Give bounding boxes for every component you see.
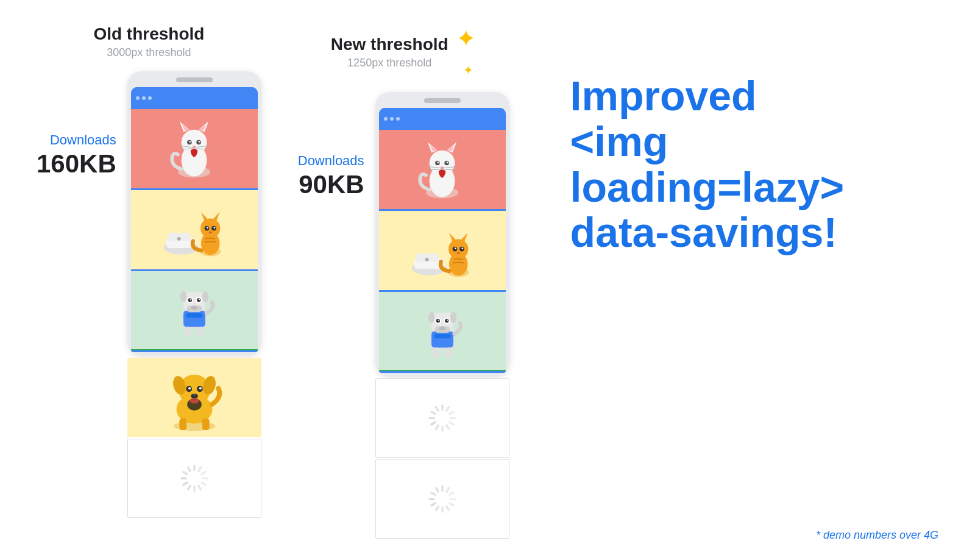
svg-rect-118 [434, 334, 450, 338]
sparkle-icon: ✦✦ [456, 24, 477, 80]
svg-rect-69 [182, 481, 188, 486]
new-threshold-header: New threshold 1250px threshold ✦✦ [331, 24, 477, 80]
svg-rect-128 [428, 417, 434, 419]
svg-rect-44 [197, 327, 204, 336]
dot2 [142, 96, 146, 100]
svg-rect-129 [430, 410, 436, 415]
main-container: Old threshold 3000px threshold Downloads… [0, 0, 975, 560]
svg-point-115 [439, 326, 445, 330]
svg-rect-122 [450, 417, 456, 419]
old-phone-mockup [127, 71, 261, 356]
improved-title: Improved <img loading=lazy> data-savings… [570, 73, 924, 255]
old-phone-wrap: Downloads 160KB [37, 71, 261, 518]
svg-point-10 [199, 141, 200, 143]
svg-point-53 [188, 387, 191, 389]
svg-rect-130 [434, 406, 439, 413]
svg-rect-121 [448, 410, 455, 415]
svg-point-34 [202, 291, 208, 302]
old-downloads-block: Downloads 160KB [37, 132, 116, 179]
new-phone-screen [379, 108, 506, 373]
svg-rect-124 [445, 424, 450, 431]
new-img-2 [379, 211, 506, 290]
svg-point-38 [197, 298, 200, 302]
old-below-img-1 [127, 358, 261, 437]
svg-point-113 [447, 319, 448, 321]
right-text-section: Improved <img loading=lazy> data-savings… [558, 24, 938, 255]
svg-rect-61 [193, 464, 195, 470]
old-spinner [176, 460, 213, 497]
new-threshold-title: New threshold [331, 35, 448, 54]
old-img-2 [131, 190, 258, 269]
svg-marker-97 [460, 232, 467, 241]
svg-point-39 [190, 299, 191, 300]
svg-point-101 [462, 247, 464, 249]
svg-point-107 [450, 312, 456, 323]
new-below-img-2 [375, 459, 509, 539]
svg-rect-123 [448, 421, 455, 426]
svg-rect-66 [197, 484, 202, 491]
old-threshold-subtitle: 3000px threshold [93, 46, 204, 59]
white-cat-illustration [165, 115, 223, 182]
svg-point-92 [425, 257, 429, 261]
new-topbar-dots [384, 117, 400, 121]
old-threshold-header: Old threshold 3000px threshold [93, 24, 204, 59]
svg-rect-136 [445, 505, 450, 512]
new-img-1 [379, 130, 506, 209]
svg-point-111 [445, 319, 448, 322]
old-threshold-section: Old threshold 3000px threshold Downloads… [37, 24, 261, 518]
svg-point-33 [180, 291, 186, 302]
svg-point-11 [193, 146, 196, 148]
old-below-img-2 [127, 439, 261, 518]
svg-point-42 [191, 305, 197, 310]
svg-rect-45 [186, 313, 202, 317]
new-phone-topbar [379, 108, 506, 130]
svg-point-60 [190, 398, 199, 404]
svg-point-95 [448, 239, 468, 258]
svg-point-100 [455, 247, 456, 249]
yellow-dog-illustration [155, 361, 234, 433]
svg-rect-133 [448, 491, 455, 496]
svg-rect-126 [434, 424, 439, 431]
improved-line1: Improved [570, 73, 757, 119]
svg-point-110 [436, 319, 439, 322]
phone-notch [176, 77, 213, 82]
svg-rect-31 [183, 310, 205, 327]
svg-point-28 [214, 227, 216, 229]
svg-rect-135 [448, 502, 455, 507]
robot-dog-illustration [167, 278, 222, 342]
new-downloads-size: 90KB [299, 170, 364, 199]
svg-rect-68 [186, 484, 191, 491]
svg-marker-24 [212, 211, 219, 221]
phone-topbar [131, 87, 258, 109]
svg-point-102 [457, 252, 460, 254]
new-spinner-1 [424, 400, 461, 436]
new-white-cat [413, 136, 471, 203]
new-threshold-section: New threshold 1250px threshold ✦✦ Downlo… [298, 24, 509, 539]
topbar-dots [136, 96, 152, 100]
svg-point-22 [200, 218, 220, 238]
svg-rect-70 [180, 477, 186, 479]
dot1 [136, 96, 140, 100]
new-dot1 [384, 117, 388, 121]
svg-point-27 [207, 227, 208, 229]
svg-point-112 [438, 319, 439, 321]
svg-rect-125 [441, 425, 443, 431]
new-downloads-block: Downloads 90KB [298, 153, 364, 199]
svg-rect-116 [432, 347, 439, 357]
svg-point-56 [193, 394, 196, 396]
old-threshold-title: Old threshold [93, 24, 204, 44]
new-phone-wrap: Downloads 90KB [298, 92, 509, 539]
svg-rect-59 [202, 418, 210, 430]
svg-rect-67 [193, 486, 195, 492]
svg-rect-140 [428, 498, 434, 500]
svg-rect-43 [185, 327, 191, 336]
old-downloads-size: 160KB [37, 149, 116, 179]
svg-rect-119 [441, 404, 443, 410]
svg-point-19 [177, 236, 181, 240]
svg-point-29 [209, 231, 212, 233]
new-robot-dog [415, 299, 470, 363]
svg-point-40 [199, 299, 200, 300]
svg-rect-141 [430, 491, 436, 496]
old-phone-screen [131, 87, 258, 352]
old-below-fold [127, 358, 261, 518]
